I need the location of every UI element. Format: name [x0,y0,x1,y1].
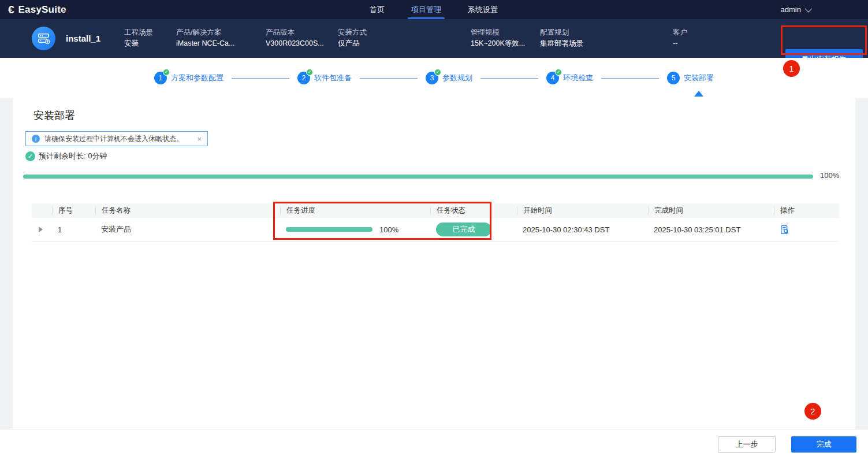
current-step-marker-icon [694,91,703,97]
task-table: 序号 任务名称 任务进度 任务状态 开始时间 完成时间 操作 1 安装产品 10… [32,203,839,242]
task-progress-bar [286,227,372,232]
cell-start-time: 2025-10-30 02:30:43 DST [517,225,648,234]
cell-task-progress: 100% [280,225,430,234]
overall-progress-bar [23,175,813,179]
task-progress-percent: 100% [379,225,398,234]
step-parameter-plan[interactable]: 3 ✓ 参数规划 [426,72,472,84]
previous-step-button[interactable]: 上一步 [718,436,776,453]
cell-expand [32,227,52,232]
nav-item-project-management[interactable]: 项目管理 [411,0,441,19]
top-nav-menu: 首页 项目管理 系统设置 [370,0,498,19]
field-value: 集群部署场景 [540,38,583,49]
header-end-time: 完成时间 [648,206,774,215]
table-header-row: 序号 任务名称 任务进度 任务状态 开始时间 完成时间 操作 [32,203,839,218]
expand-caret-icon[interactable] [39,227,43,232]
step-check-icon: ✓ [555,69,562,76]
project-info-bar: install_1 工程场景 安装 产品/解决方案 iMaster NCE-Ca… [0,19,868,58]
remaining-time-text: 预计剩余时长: 0分钟 [39,151,107,161]
field-label: 安装方式 [338,27,367,38]
step-label: 方案和参数配置 [171,73,223,83]
field-product-solution: 产品/解决方案 iMaster NCE-Ca... [176,27,234,49]
server-cloud-icon [37,32,50,45]
header-task-name: 任务名称 [95,206,280,215]
header-operation: 操作 [774,206,839,215]
step-install-deploy-current[interactable]: 5 安装部署 [667,72,714,84]
step-connector [601,78,659,79]
field-value: 15K~200K等效... [471,38,525,49]
field-value: V300R023C00S... [266,38,324,49]
step-label: 环境检查 [563,73,593,83]
field-label: 产品版本 [266,27,324,38]
field-engineering-scenario: 工程场景 安装 [124,27,153,49]
success-check-icon: ✓ [25,151,35,161]
username-label: admin [781,5,801,14]
field-management-scale: 管理规模 15K~200K等效... [471,27,525,49]
easysuite-logo-icon: € [8,4,14,15]
cell-seq: 1 [52,225,95,234]
field-value: 安装 [124,38,153,49]
chevron-down-icon [805,5,813,13]
easysuite-logo-text: EasySuite [18,4,66,16]
field-customer: 客户 -- [673,27,687,49]
field-product-version: 产品版本 V300R023C00S... [266,27,324,49]
step-connector [232,78,289,79]
field-value: 仅产品 [338,38,367,49]
notice-text: 请确保安装过程中计算机不会进入休眠状态。 [44,134,183,144]
page-title: 安装部署 [33,109,75,123]
field-install-mode: 安装方式 仅产品 [338,27,367,49]
project-name: install_1 [66,34,100,43]
finish-button[interactable]: 完成 [791,436,856,453]
step-number: 2 ✓ [297,72,310,84]
step-check-icon: ✓ [306,69,313,76]
step-connector [480,78,538,79]
header-task-progress: 任务进度 [280,206,430,215]
field-config-plan: 配置规划 集群部署场景 [540,27,583,49]
close-icon[interactable]: × [197,135,202,143]
header-expand [32,206,52,215]
footer-action-bar: 上一步 完成 [0,429,868,456]
cell-task-status: 已完成 [430,223,517,236]
step-check-icon: ✓ [163,69,170,76]
step-number: 5 [667,72,680,84]
field-label: 客户 [673,27,687,38]
status-badge: 已完成 [436,223,491,236]
header-seq: 序号 [52,206,95,215]
step-plan-config[interactable]: 1 ✓ 方案和参数配置 [154,72,223,84]
field-label: 管理规模 [471,27,525,38]
header-task-status: 任务状态 [430,206,517,215]
annotation-circle-2: 2 [804,403,821,420]
step-number: 3 ✓ [426,72,438,84]
wizard-steps: 1 ✓ 方案和参数配置 2 ✓ 软件包准备 3 ✓ 参数规划 4 ✓ 环境检查 … [0,58,868,98]
field-label: 配置规划 [540,27,583,38]
cell-end-time: 2025-10-30 03:25:01 DST [648,225,774,234]
annotation-circle-1: 1 [783,60,800,77]
step-check-icon: ✓ [434,69,441,76]
overall-progress-percent: 100% [820,171,839,180]
cell-operation [774,225,839,235]
install-deploy-panel: 安装部署 i 请确保安装过程中计算机不会进入休眠状态。 × ✓ 预计剩余时长: … [13,98,855,429]
field-label: 工程场景 [124,27,153,38]
header-start-time: 开始时间 [517,206,648,215]
step-label: 参数规划 [442,73,472,83]
nav-item-home[interactable]: 首页 [370,0,385,19]
step-number: 4 ✓ [546,72,559,84]
step-package-prep[interactable]: 2 ✓ 软件包准备 [297,72,352,84]
nav-item-system-settings[interactable]: 系统设置 [468,0,498,19]
step-label: 安装部署 [684,73,714,83]
field-value: -- [673,38,687,49]
step-label: 软件包准备 [314,73,352,83]
field-label: 产品/解决方案 [176,27,234,38]
step-connector [360,78,418,79]
remaining-time-row: ✓ 预计剩余时长: 0分钟 [25,151,107,161]
easysuite-logo: € EasySuite [8,4,66,16]
table-row: 1 安装产品 100% 已完成 2025-10-30 02:30:43 DST … [32,218,839,242]
top-navigation-bar: € EasySuite 首页 项目管理 系统设置 admin [0,0,868,19]
cell-task-name: 安装产品 [95,224,280,235]
view-log-icon[interactable] [780,225,789,235]
step-env-check[interactable]: 4 ✓ 环境检查 [546,72,593,84]
user-menu[interactable]: admin [781,0,810,19]
field-value: iMaster NCE-Ca... [176,38,234,49]
step-number: 1 ✓ [154,72,167,84]
sleep-warning-banner: i 请确保安装过程中计算机不会进入休眠状态。 × [25,131,208,146]
info-icon: i [32,135,40,143]
